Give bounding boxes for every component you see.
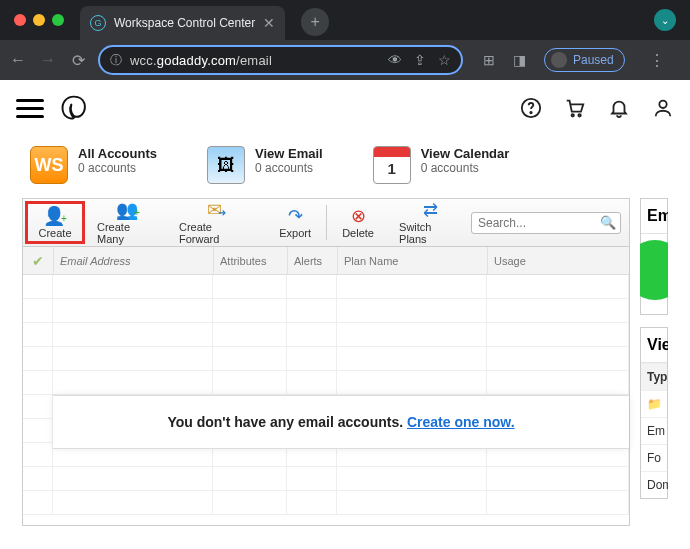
url-domain: godaddy.com [157, 53, 236, 68]
godaddy-logo-icon[interactable] [60, 94, 88, 122]
create-many-button[interactable]: 👥+ Create Many [87, 199, 169, 246]
side-row[interactable]: Em [641, 417, 667, 444]
cart-icon[interactable] [564, 97, 586, 119]
side-block-1: Em [640, 198, 668, 315]
calendar-day: 1 [388, 160, 396, 177]
svg-point-4 [659, 101, 666, 108]
create-label: Create [38, 227, 71, 239]
browser-tab-strip: G Workspace Control Center ✕ + ⌄ [0, 0, 690, 40]
browser-menu-button[interactable]: ⋮ [649, 51, 665, 70]
grid-header: ✔ Email Address Attributes Alerts Plan N… [23, 247, 629, 275]
summary-row: WS All Accounts 0 accounts 🖼 View Email … [0, 136, 690, 198]
nav-back-button[interactable]: ← [8, 51, 28, 69]
create-one-now-link[interactable]: Create one now. [407, 414, 515, 430]
window-close-button[interactable] [14, 14, 26, 26]
export-button[interactable]: ↷ Export [264, 199, 326, 246]
window-minimize-button[interactable] [33, 14, 45, 26]
search-input[interactable] [471, 212, 621, 234]
envelope-forward-icon: ✉➜ [207, 201, 226, 219]
col-usage[interactable]: Usage [487, 247, 629, 274]
select-all-checkbox[interactable]: ✔ [23, 253, 53, 269]
address-bar[interactable]: ⓘ wcc.godaddy.com/email 👁 ⇪ ☆ [98, 45, 463, 75]
svg-point-3 [578, 114, 580, 116]
page-content: WS All Accounts 0 accounts 🖼 View Email … [0, 80, 690, 549]
svg-point-2 [572, 114, 574, 116]
delete-icon: ⊗ [351, 207, 366, 225]
new-tab-button[interactable]: + [301, 8, 329, 36]
summary-title: View Email [255, 146, 323, 161]
toolbar-search: 🔍 [471, 199, 629, 246]
side-row[interactable]: 📁 [641, 390, 667, 417]
window-controls [14, 14, 64, 26]
extensions-icon[interactable]: ⊞ [483, 52, 495, 68]
browser-toolbar: ← → ⟳ ⓘ wcc.godaddy.com/email 👁 ⇪ ☆ ⊞ ◨ … [0, 40, 690, 80]
view-calendar-icon: 1 [373, 146, 411, 184]
side-panels: Em Vie Typ 📁 Em Fo Dom [640, 198, 668, 526]
menu-hamburger-button[interactable] [16, 99, 44, 118]
url-sub: wcc. [130, 53, 157, 68]
reader-icon[interactable]: ◨ [513, 52, 526, 68]
share-icon[interactable]: ⇪ [414, 52, 426, 68]
summary-all-accounts[interactable]: WS All Accounts 0 accounts [30, 146, 157, 184]
help-icon[interactable] [520, 97, 542, 119]
nav-forward-button[interactable]: → [38, 51, 58, 69]
export-label: Export [279, 227, 311, 239]
window-zoom-button[interactable] [52, 14, 64, 26]
user-add-icon: 👤+ [43, 207, 67, 225]
eye-off-icon[interactable]: 👁 [388, 52, 402, 68]
summary-sub: 0 accounts [421, 161, 510, 175]
tab-close-button[interactable]: ✕ [263, 15, 275, 31]
url-text: wcc.godaddy.com/email [130, 53, 272, 68]
panel-toolbar: 👤+ Create 👥+ Create Many ✉➜ Create Forwa… [23, 199, 629, 247]
create-forward-button[interactable]: ✉➜ Create Forward [169, 199, 264, 246]
switch-icon: ⇄ [423, 201, 438, 219]
summary-title: All Accounts [78, 146, 157, 161]
switch-plans-label: Switch Plans [399, 221, 461, 245]
url-path: /email [236, 53, 272, 68]
create-forward-label: Create Forward [179, 221, 254, 245]
grid-body: You don't have any email accounts. Creat… [23, 275, 629, 525]
account-icon[interactable] [652, 97, 674, 119]
delete-label: Delete [342, 227, 374, 239]
profile-dot-icon [551, 52, 567, 68]
site-header [0, 80, 690, 136]
tab-favicon-icon: G [90, 15, 106, 31]
side-block-1-title: Em [641, 199, 667, 234]
browser-tab[interactable]: G Workspace Control Center ✕ [80, 6, 285, 40]
switch-plans-button[interactable]: ⇄ Switch Plans [389, 199, 471, 246]
side-block-2-title: Vie [641, 328, 667, 363]
green-circle-icon [640, 240, 668, 300]
view-email-icon: 🖼 [207, 146, 245, 184]
profile-paused-chip[interactable]: Paused [544, 48, 625, 72]
side-row[interactable]: Dom [641, 471, 667, 498]
col-email[interactable]: Email Address [53, 247, 213, 274]
empty-state: You don't have any email accounts. Creat… [53, 395, 629, 449]
create-many-label: Create Many [97, 221, 159, 245]
users-add-icon: 👥+ [116, 201, 140, 219]
profile-avatar-icon[interactable]: ⌄ [654, 9, 676, 31]
col-alerts[interactable]: Alerts [287, 247, 337, 274]
search-icon[interactable]: 🔍 [600, 215, 616, 230]
empty-state-text: You don't have any email accounts. [167, 414, 407, 430]
summary-title: View Calendar [421, 146, 510, 161]
email-panel: 👤+ Create 👥+ Create Many ✉➜ Create Forwa… [22, 198, 630, 526]
summary-view-email[interactable]: 🖼 View Email 0 accounts [207, 146, 323, 184]
delete-button[interactable]: ⊗ Delete [327, 199, 389, 246]
svg-point-1 [530, 112, 531, 113]
paused-label: Paused [573, 53, 614, 67]
side-row[interactable]: Fo [641, 444, 667, 471]
summary-sub: 0 accounts [78, 161, 157, 175]
nav-reload-button[interactable]: ⟳ [68, 51, 88, 70]
col-attributes[interactable]: Attributes [213, 247, 287, 274]
site-info-icon[interactable]: ⓘ [110, 52, 122, 69]
summary-view-calendar[interactable]: 1 View Calendar 0 accounts [373, 146, 510, 184]
bell-icon[interactable] [608, 97, 630, 119]
side-block-2: Vie Typ 📁 Em Fo Dom [640, 327, 668, 499]
all-accounts-icon: WS [30, 146, 68, 184]
col-plan[interactable]: Plan Name [337, 247, 487, 274]
create-button[interactable]: 👤+ Create [25, 201, 85, 244]
export-icon: ↷ [288, 207, 303, 225]
summary-sub: 0 accounts [255, 161, 323, 175]
bookmark-star-icon[interactable]: ☆ [438, 52, 451, 68]
tab-title: Workspace Control Center [114, 16, 255, 30]
